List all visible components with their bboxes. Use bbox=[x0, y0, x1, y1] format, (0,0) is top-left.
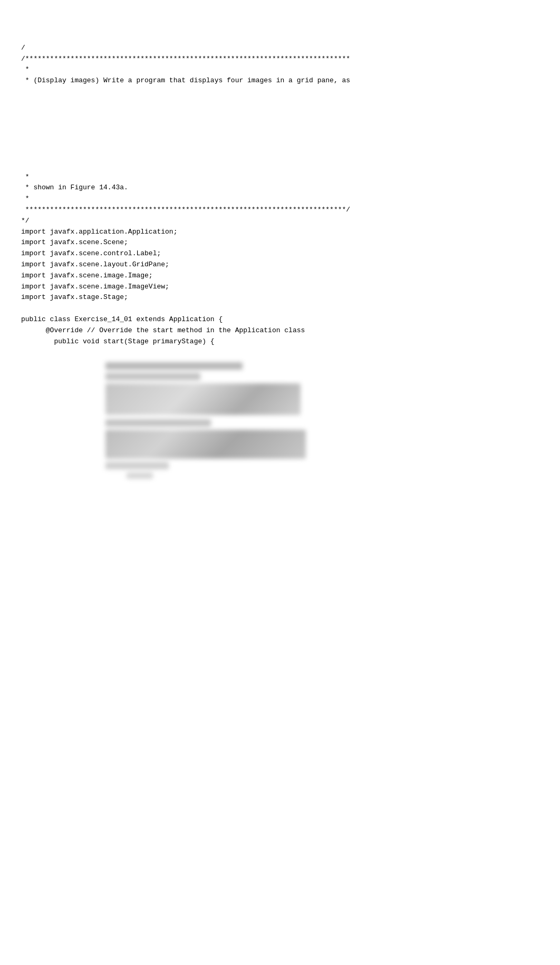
line-import1: import javafx.application.Application; bbox=[21, 228, 177, 236]
line-slash: / bbox=[21, 44, 25, 52]
line-close: */ bbox=[21, 217, 30, 225]
line-import2: import javafx.scene.Scene; bbox=[21, 238, 128, 246]
line-stars: /***************************************… bbox=[21, 55, 350, 63]
line-import5: import javafx.scene.image.Image; bbox=[21, 272, 153, 279]
code-content-2: * * shown in Figure 14.43a. * **********… bbox=[21, 161, 539, 358]
line-class: public class Exercise_14_01 extends Appl… bbox=[21, 315, 223, 323]
code-content: / /*************************************… bbox=[21, 32, 539, 98]
blurred-image-block-2 bbox=[105, 430, 306, 459]
line-import4: import javafx.scene.layout.GridPane; bbox=[21, 260, 169, 268]
line-shown: * shown in Figure 14.43a. bbox=[21, 184, 128, 191]
line-comment: * (Display images) Write a program that … bbox=[21, 76, 350, 84]
code-editor: / /*************************************… bbox=[21, 32, 539, 479]
blurred-image-block-1 bbox=[105, 383, 301, 415]
blurred-line-4 bbox=[105, 462, 169, 469]
blurred-line-3 bbox=[105, 419, 211, 427]
line-star3: * bbox=[21, 195, 30, 202]
line-method: public void start(Stage primaryStage) { bbox=[21, 337, 215, 345]
blurred-line-1 bbox=[105, 362, 243, 370]
line-import6: import javafx.scene.image.ImageView; bbox=[21, 283, 169, 291]
line-import3: import javafx.scene.control.Label; bbox=[21, 249, 161, 257]
blurred-line-2 bbox=[105, 373, 200, 380]
line-import7: import javafx.stage.Stage; bbox=[21, 293, 128, 301]
line-override: @Override // Override the start method i… bbox=[21, 326, 305, 334]
line-star: * bbox=[21, 65, 30, 73]
line-star2: * bbox=[21, 173, 30, 181]
blurred-code-area bbox=[105, 362, 539, 479]
blurred-line-5 bbox=[127, 472, 153, 479]
line-stars2: ****************************************… bbox=[21, 206, 350, 214]
